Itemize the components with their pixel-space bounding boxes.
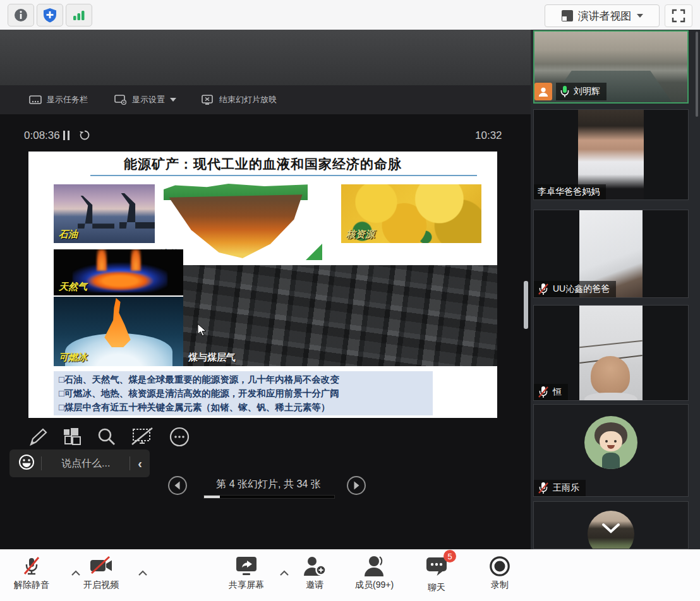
participant-tile-partial[interactable] [533, 501, 689, 549]
participant-tile-heng[interactable]: 恒 [533, 305, 689, 401]
display-settings-label: 显示设置 [132, 94, 165, 105]
scroll-down-icon[interactable] [600, 522, 622, 535]
chat-unread-badge: 5 [444, 550, 456, 562]
slide-position-text: 第 4 张幻灯片, 共 34 张 [190, 478, 347, 491]
participant-tile-wangyule[interactable]: 王雨乐 [533, 404, 689, 497]
taskbar-icon [29, 95, 42, 105]
host-badge-icon [534, 83, 552, 100]
pen-tool-icon[interactable] [28, 427, 49, 447]
participant-video [579, 306, 643, 400]
previous-slide-button[interactable] [167, 475, 188, 496]
slideshow-timer-row: 0:08:36 10:32 [0, 123, 531, 148]
share-screen-button[interactable]: 共享屏幕 [229, 555, 264, 591]
slide-thumbnails-icon[interactable] [63, 427, 83, 446]
slide-image-ice: 可燃冰 [54, 297, 183, 366]
nuclear-label: 核资源 [346, 229, 375, 241]
meeting-toolbar: 解除静音 开启视频 共享屏幕 邀请 [0, 549, 700, 601]
participant-name: 刘明辉 [574, 86, 600, 97]
view-mode-label: 演讲者视图 [578, 9, 632, 23]
annotation-toolbar [28, 426, 190, 448]
unmute-button[interactable]: 解除静音 [14, 555, 49, 591]
restart-timer-icon[interactable] [79, 129, 90, 143]
video-options-chevron[interactable] [138, 568, 148, 579]
unmute-label: 解除静音 [14, 580, 49, 591]
record-button[interactable]: 录制 [488, 555, 512, 591]
clock-time: 10:32 [475, 129, 502, 142]
audio-options-chevron[interactable] [71, 568, 81, 579]
participants-sidebar: 刘明辉 李卓华爸爸妈妈 UU沁鑫的爸爸 恒 [531, 30, 700, 549]
invite-icon [302, 555, 327, 578]
security-button[interactable] [37, 4, 63, 27]
participant-tile-lizhuohua[interactable]: 李卓华爸爸妈妈 [533, 109, 689, 200]
members-label: 成员(99+) [355, 580, 394, 591]
presenter-toolbar: 显示任务栏 显示设置 结束幻灯片放映 [0, 85, 531, 114]
slide-image-coal: 煤与煤层气 [183, 265, 497, 366]
network-quality-button[interactable] [66, 4, 92, 27]
view-mode-dropdown[interactable]: 演讲者视图 [545, 4, 660, 27]
mic-muted-icon [538, 386, 549, 398]
camera-off-icon [88, 555, 114, 578]
zoom-tool-icon[interactable] [97, 427, 117, 447]
start-video-button[interactable]: 开启视频 [83, 555, 119, 591]
shield-plus-icon [43, 8, 57, 23]
info-button[interactable] [8, 4, 34, 27]
elapsed-time: 0:08:36 [24, 129, 60, 142]
coal-label: 煤与煤层气 [188, 352, 236, 364]
share-screen-label: 共享屏幕 [229, 580, 264, 591]
main-scrollbar-thumb[interactable] [524, 281, 528, 329]
display-settings-icon [114, 95, 127, 105]
quick-chat-bar[interactable]: 说点什么... ‹ [9, 449, 150, 477]
signal-strength-icon [72, 9, 86, 21]
participant-name: 恒 [553, 386, 562, 398]
participant-tile-liuminghui[interactable]: 刘明辉 [533, 30, 689, 104]
emoji-icon[interactable] [9, 454, 41, 473]
start-video-label: 开启视频 [83, 580, 119, 591]
participant-avatar [584, 416, 637, 469]
chevron-down-icon [170, 98, 176, 102]
title-underline [90, 175, 477, 176]
share-options-chevron[interactable] [279, 568, 289, 579]
show-taskbar-label: 显示任务栏 [47, 94, 88, 105]
fullscreen-icon [671, 8, 686, 23]
invite-button[interactable]: 邀请 [302, 555, 327, 591]
participant-tile-uuqinxin[interactable]: UU沁鑫的爸爸 [533, 210, 689, 298]
show-taskbar-button[interactable]: 显示任务栏 [29, 94, 88, 105]
pause-icon[interactable] [63, 131, 69, 140]
mouse-cursor [197, 323, 207, 340]
chat-label: 聊天 [428, 582, 445, 593]
share-screen-icon [234, 555, 259, 578]
info-icon [14, 8, 28, 22]
slide-title: 能源矿产：现代工业的血液和国家经济的命脉 [28, 155, 497, 173]
gas-label: 天然气 [59, 281, 87, 293]
sidebar-scrollbar-thumb[interactable] [696, 32, 698, 117]
bullet-1: □石油、天然气、煤是全球最重要的能源资源，几十年内格局不会改变 [59, 372, 428, 386]
record-icon [488, 555, 512, 578]
display-settings-button[interactable]: 显示设置 [114, 94, 176, 105]
collapse-chat-icon[interactable]: ‹ [130, 456, 150, 471]
end-slideshow-icon [202, 95, 214, 105]
black-screen-icon[interactable] [131, 427, 155, 447]
bullet-3: □煤层中含有近五十种关键金属元素（如锗、镓、钒、稀土元素等） [59, 400, 428, 414]
window-titlebar: 演讲者视图 [0, 0, 700, 30]
next-slide-button[interactable] [346, 475, 366, 496]
slide-progress-fill [204, 496, 220, 498]
fullscreen-button[interactable] [665, 4, 692, 27]
presentation-window-top [0, 30, 531, 85]
slide-canvas: 能源矿产：现代工业的血液和国家经济的命脉 石油 地热 核资源 天然气 可燃冰 煤… [28, 152, 497, 418]
chevron-down-icon [637, 14, 643, 18]
slide-progress-bar [203, 495, 335, 499]
end-slideshow-button[interactable]: 结束幻灯片放映 [202, 94, 277, 105]
slide-image-gas: 天然气 [54, 249, 183, 295]
members-button[interactable]: 成员(99+) [355, 555, 394, 591]
chat-button[interactable]: 5 聊天 [425, 555, 449, 593]
slide-image-nuclear: 核资源 [341, 184, 481, 243]
mic-active-icon [560, 85, 570, 98]
oil-label: 石油 [59, 229, 78, 241]
participant-name: UU沁鑫的爸爸 [553, 283, 610, 295]
invite-label: 邀请 [306, 580, 323, 591]
end-slideshow-label: 结束幻灯片放映 [219, 94, 277, 105]
mic-muted-icon [538, 482, 549, 494]
chat-input-placeholder[interactable]: 说点什么... [42, 457, 130, 470]
more-tools-icon[interactable] [169, 426, 190, 448]
members-icon [362, 555, 387, 578]
